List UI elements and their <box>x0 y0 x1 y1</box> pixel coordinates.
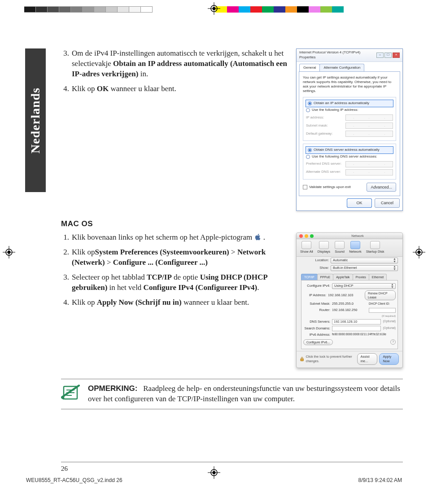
mac-configure-ipv6-button[interactable]: Configure IPv6... <box>303 339 333 345</box>
windows-steps: 3. Om de iPv4 IP-instellingen automatisc… <box>61 48 290 94</box>
note-icon <box>61 384 81 402</box>
mac-lock-icon[interactable]: Click the lock to prevent further change… <box>300 355 357 364</box>
registration-mark-top <box>208 2 220 15</box>
language-tab: Nederlands <box>25 48 46 192</box>
mac-network-button[interactable]: Network <box>348 241 362 254</box>
slug-line: WEU8555_RT-AC56U_QSG_v2.indd 26 8/9/13 9… <box>25 477 403 483</box>
win-titlebar: Internet Protocol Version 4 (TCP/IPv4) P… <box>297 49 402 62</box>
mac-renew-lease-button[interactable]: Renew DHCP Lease <box>365 290 396 301</box>
mac-configure-ipv4-select[interactable]: Using DHCP▲▼ <box>332 283 396 289</box>
language-tab-label: Nederlands <box>28 88 43 153</box>
win-radio-obtain-dns[interactable]: Obtain DNS server address automatically <box>306 147 393 153</box>
note-label: OPMERKING: <box>88 384 138 393</box>
mac-tab-appletalk[interactable]: AppleTalk <box>333 274 353 280</box>
win-radio-use-dns[interactable]: Use the following DNS server addresses: <box>306 153 393 160</box>
svg-rect-16 <box>301 359 304 361</box>
win-close-icon[interactable]: × <box>393 53 400 58</box>
pref-dns-field: ... <box>345 161 393 167</box>
apple-logo-icon <box>254 233 262 241</box>
win-step-3: 3. Om de iPv4 IP-instellingen automatisc… <box>61 48 290 79</box>
mac-tab-tcpip[interactable]: TCP/IP <box>301 274 318 280</box>
subnet-field: ... <box>345 123 393 129</box>
win-tab-alternate[interactable]: Alternate Configuration <box>319 64 364 72</box>
slug-file: WEU8555_RT-AC56U_QSG_v2.indd 26 <box>26 477 122 483</box>
note-box: OPMERKING: Raadpleeg de help- en onderst… <box>61 379 403 409</box>
mac-os-heading: MAC OS <box>61 219 403 229</box>
content-column: 3. Om de iPv4 IP-instellingen automatisc… <box>61 48 403 409</box>
win-validate-checkbox[interactable]: Validate settings upon exit <box>303 185 351 190</box>
mac-search-domains-input[interactable] <box>332 326 381 331</box>
win-tab-general[interactable]: General <box>299 64 320 72</box>
mac-step-4: 4. Klik op Apply Now (Schrijf nu in) wan… <box>61 298 290 308</box>
mac-clientid-input[interactable] <box>369 308 396 313</box>
win-radio-obtain-ip[interactable]: Obtain an IP address automatically <box>306 100 393 107</box>
windows-block: 3. Om de iPv4 IP-instellingen automatisc… <box>61 48 403 211</box>
win-advanced-button[interactable]: Advanced... <box>367 183 396 192</box>
page: Nederlands 3. Om de iPv4 IP-instellingen… <box>25 48 403 483</box>
win-desc: You can get IP settings assigned automat… <box>303 75 396 93</box>
mac-tab-ethernet[interactable]: Ethernet <box>369 274 387 280</box>
mac-close-icon[interactable] <box>299 234 303 238</box>
mac-sound-button[interactable]: Sound <box>334 241 345 254</box>
mac-dns-input[interactable]: 192.168.128.10 <box>332 319 381 324</box>
win-min-icon[interactable]: – <box>376 53 384 58</box>
mac-tabs: TCP/IP PPPoE AppleTalk Proxies Ethernet <box>301 274 398 280</box>
mac-apply-button[interactable]: Apply Now <box>379 353 399 365</box>
win-max-icon[interactable]: □ <box>384 53 392 58</box>
mac-step-1: 1. Klik bovenaan links op het scherm op … <box>61 232 290 243</box>
mac-min-icon[interactable] <box>305 234 308 238</box>
win-ok-button[interactable]: OK <box>347 198 372 207</box>
mac-tab-pppoe[interactable]: PPPoE <box>317 274 334 280</box>
gateway-field: ... <box>345 131 393 137</box>
page-number: 26 <box>61 462 403 473</box>
ip-field: ... <box>345 114 393 121</box>
mac-step-3: 3. Selecteer op het tabblad TCP/IP de op… <box>61 272 290 293</box>
registration-mark-left <box>3 246 15 259</box>
win-title-text: Internet Protocol Version 4 (TCP/IPv4) P… <box>299 50 376 60</box>
alt-dns-field: ... <box>345 169 393 175</box>
mac-tab-proxies[interactable]: Proxies <box>353 274 369 280</box>
slug-timestamp: 8/9/13 9:24:02 AM <box>358 477 402 483</box>
mac-toolbar: Show All Displays Sound Network Startup … <box>297 239 402 256</box>
win-step-4: 4. Klik op OK wanneer u klaar bent. <box>61 84 290 94</box>
windows-ipv4-dialog: Internet Protocol Version 4 (TCP/IPv4) P… <box>296 48 403 211</box>
mac-show-select[interactable]: Built-in Ethernet▲▼ <box>331 265 398 271</box>
mac-titlebar: Network <box>297 233 402 239</box>
mac-displays-button[interactable]: Displays <box>317 241 331 254</box>
mac-steps: 1. Klik bovenaan links op het scherm op … <box>61 232 290 308</box>
win-radio-use-ip[interactable]: Use the following IP address: <box>306 107 393 114</box>
mac-location-select[interactable]: Automatic▲▼ <box>331 258 398 263</box>
mac-help-icon[interactable]: ? <box>390 339 396 345</box>
mac-assist-button[interactable]: Assist me... <box>357 353 378 365</box>
printer-color-strip <box>24 6 344 13</box>
win-cancel-button[interactable]: Cancel <box>375 198 400 207</box>
registration-mark-right <box>413 246 425 259</box>
mac-zoom-icon[interactable] <box>310 234 314 238</box>
mac-network-dialog: Network Show All Displays Sound Network … <box>296 232 403 368</box>
mac-showall-button[interactable]: Show All <box>299 241 314 254</box>
mac-block: 1. Klik bovenaan links op het scherm op … <box>61 232 403 368</box>
mac-startup-button[interactable]: Startup Disk <box>365 241 385 254</box>
mac-step-2: 2. Klik opSystem Preferences (Systeemvoo… <box>61 247 290 268</box>
